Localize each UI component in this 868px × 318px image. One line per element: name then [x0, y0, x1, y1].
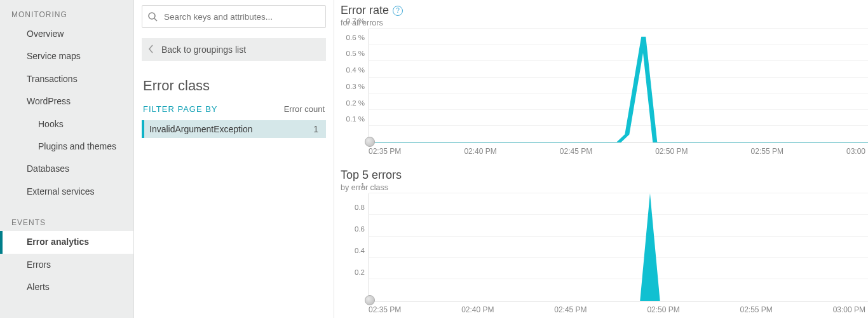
search-icon	[147, 11, 158, 22]
sidebar-item-label: Error analytics	[27, 237, 89, 247]
x-tick: 02:55 PM	[740, 305, 833, 314]
x-tick: 02:35 PM	[369, 147, 464, 156]
sidebar-item-label: Overview	[27, 29, 64, 39]
error-class-count: 1	[313, 124, 321, 134]
x-axis: 02:35 PM 02:40 PM 02:45 PM 02:50 PM 02:5…	[369, 301, 868, 314]
sidebar-item-label: WordPress	[27, 96, 71, 106]
sidebar-item-label: Transactions	[27, 74, 78, 84]
filter-header: FILTER PAGE BY Error count	[142, 102, 326, 120]
y-tick: 0.2 %	[346, 99, 365, 107]
x-tick: 02:45 PM	[554, 305, 647, 314]
chart-title: Error rate	[341, 4, 389, 17]
chart-plot-area: 0.1 % 0.2 % 0.3 % 0.4 % 0.5 % 0.6 % 0.7 …	[341, 29, 868, 143]
sidebar-item-external-services[interactable]: External services	[0, 181, 133, 203]
y-tick: 0.2	[355, 268, 365, 276]
chart-error-rate: Error rate ? for all errors 0.1 % 0.2 % …	[341, 4, 868, 156]
sidebar-item-label: Hooks	[38, 119, 64, 129]
y-tick: 0.7 %	[346, 17, 365, 25]
y-tick: 0.6 %	[346, 34, 365, 41]
sidebar-item-overview[interactable]: Overview	[0, 23, 133, 45]
y-tick: 0.5 %	[346, 50, 365, 57]
x-tick: 03:00 PM	[833, 305, 868, 314]
x-tick: 02:55 PM	[751, 147, 846, 156]
chevron-left-icon	[148, 45, 154, 55]
error-class-row[interactable]: InvalidArgumentException 1	[142, 120, 326, 138]
sidebar-item-label: Databases	[27, 163, 69, 174]
sidebar-item-label: Service maps	[27, 51, 81, 61]
chart-top5-errors: Top 5 errors by error class 0.2 0.4 0.6 …	[341, 169, 868, 314]
sidebar-item-service-maps[interactable]: Service maps	[0, 45, 133, 67]
x-tick: 02:35 PM	[369, 305, 461, 314]
y-tick: 1	[361, 182, 365, 190]
chart-title: Top 5 errors	[341, 169, 402, 182]
back-label: Back to groupings list	[161, 45, 246, 55]
x-tick: 02:50 PM	[647, 305, 740, 314]
chart-subtitle: for all errors	[341, 18, 868, 27]
sidebar-group-events: EVENTS	[0, 212, 133, 231]
y-tick: 0.4 %	[346, 66, 365, 74]
y-axis: 0.1 % 0.2 % 0.3 % 0.4 % 0.5 % 0.6 % 0.7 …	[341, 29, 369, 143]
back-to-groupings[interactable]: Back to groupings list	[142, 38, 326, 61]
filter-page-by-label: FILTER PAGE BY	[143, 104, 218, 114]
range-slider-handle[interactable]	[365, 137, 375, 147]
sidebar-item-hooks[interactable]: Hooks	[0, 113, 133, 135]
sidebar-item-label: Errors	[27, 259, 51, 270]
search-box[interactable]	[142, 5, 326, 28]
x-tick: 02:45 PM	[560, 147, 655, 156]
line-series	[369, 29, 868, 142]
sidebar-group-monitoring: MONITORING	[0, 4, 133, 23]
sidebar-item-errors[interactable]: Errors	[0, 254, 133, 276]
x-tick: 02:40 PM	[461, 305, 554, 314]
x-tick: 03:00	[846, 147, 868, 156]
sidebar-item-label: External services	[27, 186, 95, 197]
sidebar-item-label: Alerts	[27, 282, 50, 292]
y-tick: 0.1 %	[346, 115, 365, 123]
y-tick: 0.3 %	[346, 83, 365, 90]
sidebar: MONITORING Overview Service maps Transac…	[0, 0, 134, 318]
x-tick: 02:40 PM	[464, 147, 559, 156]
plot	[369, 193, 868, 301]
error-count-header: Error count	[284, 104, 325, 114]
sidebar-item-wordpress[interactable]: WordPress	[0, 90, 133, 113]
error-class-name: InvalidArgumentException	[149, 124, 313, 134]
svg-line-1	[154, 18, 157, 21]
area-series	[369, 193, 868, 301]
sidebar-item-error-analytics[interactable]: Error analytics	[0, 231, 133, 253]
chart-plot-area: 0.2 0.4 0.6 0.8 1	[341, 193, 868, 301]
y-tick: 0.8	[355, 204, 365, 211]
sidebar-item-label: Plugins and themes	[38, 141, 116, 151]
y-tick: 0.4	[355, 247, 365, 254]
error-class-heading: Error class	[143, 78, 326, 94]
charts-panel: Error rate ? for all errors 0.1 % 0.2 % …	[334, 0, 868, 318]
x-axis: 02:35 PM 02:40 PM 02:45 PM 02:50 PM 02:5…	[369, 143, 868, 156]
y-axis: 0.2 0.4 0.6 0.8 1	[341, 193, 369, 301]
help-icon[interactable]: ?	[393, 6, 403, 16]
plot	[369, 29, 868, 143]
sidebar-item-alerts[interactable]: Alerts	[0, 276, 133, 298]
chart-subtitle: by error class	[341, 183, 868, 192]
y-tick: 0.6	[355, 225, 365, 233]
sidebar-item-transactions[interactable]: Transactions	[0, 68, 133, 90]
svg-marker-2	[640, 193, 660, 301]
range-slider-handle[interactable]	[365, 295, 375, 305]
svg-point-0	[149, 13, 155, 19]
filter-panel: Back to groupings list Error class FILTE…	[134, 0, 334, 318]
x-tick: 02:50 PM	[655, 147, 750, 156]
search-input[interactable]	[163, 11, 320, 22]
sidebar-item-databases[interactable]: Databases	[0, 158, 133, 180]
sidebar-item-plugins-themes[interactable]: Plugins and themes	[0, 135, 133, 158]
